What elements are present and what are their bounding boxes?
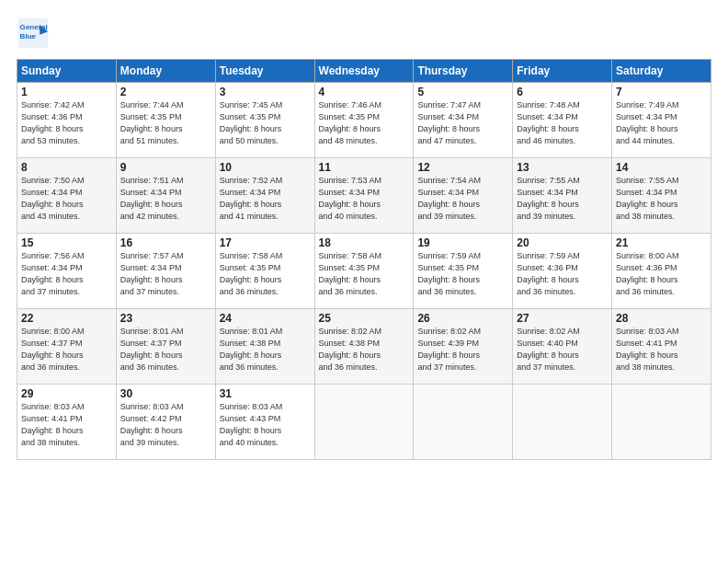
day-info: Sunrise: 7:46 AMSunset: 4:35 PMDaylight:… xyxy=(319,99,410,147)
calendar-cell: 27Sunrise: 8:02 AMSunset: 4:40 PMDayligh… xyxy=(513,309,612,385)
day-number: 2 xyxy=(120,86,211,98)
day-number: 17 xyxy=(220,236,311,249)
calendar-cell: 14Sunrise: 7:55 AMSunset: 4:34 PMDayligh… xyxy=(612,158,711,234)
day-number: 13 xyxy=(517,161,608,174)
calendar-cell: 23Sunrise: 8:01 AMSunset: 4:37 PMDayligh… xyxy=(116,309,215,385)
day-number: 14 xyxy=(616,161,707,174)
day-info: Sunrise: 7:53 AMSunset: 4:34 PMDaylight:… xyxy=(319,175,410,223)
calendar-cell xyxy=(513,385,612,460)
day-number: 18 xyxy=(319,236,410,249)
day-number: 11 xyxy=(319,161,410,174)
day-info: Sunrise: 7:54 AMSunset: 4:34 PMDaylight:… xyxy=(417,175,508,223)
calendar-cell: 15Sunrise: 7:56 AMSunset: 4:34 PMDayligh… xyxy=(17,234,117,309)
calendar-week-row: 22Sunrise: 8:00 AMSunset: 4:37 PMDayligh… xyxy=(17,309,711,385)
day-info: Sunrise: 8:03 AMSunset: 4:43 PMDaylight:… xyxy=(220,401,311,449)
col-header-wednesday: Wednesday xyxy=(314,60,414,83)
calendar-cell xyxy=(414,385,513,460)
day-number: 19 xyxy=(417,236,508,249)
calendar-cell: 5Sunrise: 7:47 AMSunset: 4:34 PMDaylight… xyxy=(414,83,513,158)
day-number: 28 xyxy=(616,312,707,325)
calendar-cell: 7Sunrise: 7:49 AMSunset: 4:34 PMDaylight… xyxy=(612,83,711,158)
day-info: Sunrise: 7:59 AMSunset: 4:36 PMDaylight:… xyxy=(517,250,608,298)
calendar-cell: 11Sunrise: 7:53 AMSunset: 4:34 PMDayligh… xyxy=(314,158,414,234)
day-info: Sunrise: 8:03 AMSunset: 4:41 PMDaylight:… xyxy=(21,401,112,449)
day-number: 9 xyxy=(120,161,211,174)
page-header: General Blue xyxy=(17,17,711,50)
calendar-cell: 6Sunrise: 7:48 AMSunset: 4:34 PMDaylight… xyxy=(513,83,612,158)
calendar-cell: 10Sunrise: 7:52 AMSunset: 4:34 PMDayligh… xyxy=(215,158,314,234)
calendar-cell: 26Sunrise: 8:02 AMSunset: 4:39 PMDayligh… xyxy=(414,309,513,385)
day-info: Sunrise: 7:58 AMSunset: 4:35 PMDaylight:… xyxy=(319,250,410,298)
calendar-cell: 19Sunrise: 7:59 AMSunset: 4:35 PMDayligh… xyxy=(414,234,513,309)
day-number: 10 xyxy=(220,161,311,174)
day-number: 15 xyxy=(21,236,112,249)
calendar-cell: 28Sunrise: 8:03 AMSunset: 4:41 PMDayligh… xyxy=(612,309,711,385)
logo-icon: General Blue xyxy=(17,17,50,50)
day-number: 30 xyxy=(120,387,211,400)
svg-text:Blue: Blue xyxy=(20,32,37,40)
day-info: Sunrise: 7:51 AMSunset: 4:34 PMDaylight:… xyxy=(120,175,211,223)
day-info: Sunrise: 8:02 AMSunset: 4:39 PMDaylight:… xyxy=(417,326,508,373)
calendar-cell: 3Sunrise: 7:45 AMSunset: 4:35 PMDaylight… xyxy=(215,83,314,158)
calendar-week-row: 29Sunrise: 8:03 AMSunset: 4:41 PMDayligh… xyxy=(17,385,711,460)
day-number: 3 xyxy=(220,86,311,98)
calendar-cell: 25Sunrise: 8:02 AMSunset: 4:38 PMDayligh… xyxy=(314,309,414,385)
day-info: Sunrise: 7:55 AMSunset: 4:34 PMDaylight:… xyxy=(517,175,608,223)
day-number: 27 xyxy=(517,312,608,325)
calendar-cell: 13Sunrise: 7:55 AMSunset: 4:34 PMDayligh… xyxy=(513,158,612,234)
col-header-thursday: Thursday xyxy=(414,60,513,83)
col-header-tuesday: Tuesday xyxy=(215,60,314,83)
calendar-cell: 29Sunrise: 8:03 AMSunset: 4:41 PMDayligh… xyxy=(17,385,117,460)
logo: General Blue xyxy=(17,17,50,50)
calendar-cell: 30Sunrise: 8:03 AMSunset: 4:42 PMDayligh… xyxy=(116,385,215,460)
calendar-cell xyxy=(612,385,711,460)
day-info: Sunrise: 8:00 AMSunset: 4:37 PMDaylight:… xyxy=(21,326,112,373)
calendar-cell: 8Sunrise: 7:50 AMSunset: 4:34 PMDaylight… xyxy=(17,158,117,234)
day-number: 8 xyxy=(21,161,112,174)
col-header-monday: Monday xyxy=(116,60,215,83)
day-info: Sunrise: 7:56 AMSunset: 4:34 PMDaylight:… xyxy=(21,250,112,298)
calendar-cell: 2Sunrise: 7:44 AMSunset: 4:35 PMDaylight… xyxy=(116,83,215,158)
calendar-table: SundayMondayTuesdayWednesdayThursdayFrid… xyxy=(17,59,711,460)
day-info: Sunrise: 8:02 AMSunset: 4:40 PMDaylight:… xyxy=(517,326,608,373)
calendar-cell xyxy=(314,385,414,460)
day-number: 25 xyxy=(319,312,410,325)
calendar-cell: 17Sunrise: 7:58 AMSunset: 4:35 PMDayligh… xyxy=(215,234,314,309)
day-info: Sunrise: 7:48 AMSunset: 4:34 PMDaylight:… xyxy=(517,99,608,147)
day-info: Sunrise: 8:02 AMSunset: 4:38 PMDaylight:… xyxy=(319,326,410,373)
day-info: Sunrise: 7:58 AMSunset: 4:35 PMDaylight:… xyxy=(220,250,311,298)
day-number: 16 xyxy=(120,236,211,249)
day-number: 21 xyxy=(616,236,707,249)
calendar-week-row: 8Sunrise: 7:50 AMSunset: 4:34 PMDaylight… xyxy=(17,158,711,234)
calendar-cell: 20Sunrise: 7:59 AMSunset: 4:36 PMDayligh… xyxy=(513,234,612,309)
day-number: 7 xyxy=(616,86,707,98)
calendar-page: General Blue SundayMondayTuesdayWednesda… xyxy=(0,0,728,563)
day-info: Sunrise: 7:59 AMSunset: 4:35 PMDaylight:… xyxy=(417,250,508,298)
calendar-cell: 4Sunrise: 7:46 AMSunset: 4:35 PMDaylight… xyxy=(314,83,414,158)
day-info: Sunrise: 8:03 AMSunset: 4:41 PMDaylight:… xyxy=(616,326,707,373)
calendar-cell: 22Sunrise: 8:00 AMSunset: 4:37 PMDayligh… xyxy=(17,309,117,385)
day-info: Sunrise: 7:45 AMSunset: 4:35 PMDaylight:… xyxy=(220,99,311,147)
day-number: 23 xyxy=(120,312,211,325)
calendar-cell: 21Sunrise: 8:00 AMSunset: 4:36 PMDayligh… xyxy=(612,234,711,309)
calendar-week-row: 15Sunrise: 7:56 AMSunset: 4:34 PMDayligh… xyxy=(17,234,711,309)
day-info: Sunrise: 7:55 AMSunset: 4:34 PMDaylight:… xyxy=(616,175,707,223)
day-number: 6 xyxy=(517,86,608,98)
day-number: 4 xyxy=(319,86,410,98)
day-info: Sunrise: 8:01 AMSunset: 4:38 PMDaylight:… xyxy=(220,326,311,373)
day-info: Sunrise: 8:03 AMSunset: 4:42 PMDaylight:… xyxy=(120,401,211,449)
col-header-sunday: Sunday xyxy=(17,60,117,83)
day-info: Sunrise: 7:42 AMSunset: 4:36 PMDaylight:… xyxy=(21,99,112,147)
calendar-week-row: 1Sunrise: 7:42 AMSunset: 4:36 PMDaylight… xyxy=(17,83,711,158)
day-info: Sunrise: 7:52 AMSunset: 4:34 PMDaylight:… xyxy=(220,175,311,223)
calendar-header-row: SundayMondayTuesdayWednesdayThursdayFrid… xyxy=(17,60,711,83)
col-header-saturday: Saturday xyxy=(612,60,711,83)
day-number: 22 xyxy=(21,312,112,325)
day-info: Sunrise: 7:49 AMSunset: 4:34 PMDaylight:… xyxy=(616,99,707,147)
col-header-friday: Friday xyxy=(513,60,612,83)
calendar-cell: 12Sunrise: 7:54 AMSunset: 4:34 PMDayligh… xyxy=(414,158,513,234)
day-number: 20 xyxy=(517,236,608,249)
day-number: 5 xyxy=(417,86,508,98)
day-info: Sunrise: 8:01 AMSunset: 4:37 PMDaylight:… xyxy=(120,326,211,373)
day-info: Sunrise: 7:47 AMSunset: 4:34 PMDaylight:… xyxy=(417,99,508,147)
